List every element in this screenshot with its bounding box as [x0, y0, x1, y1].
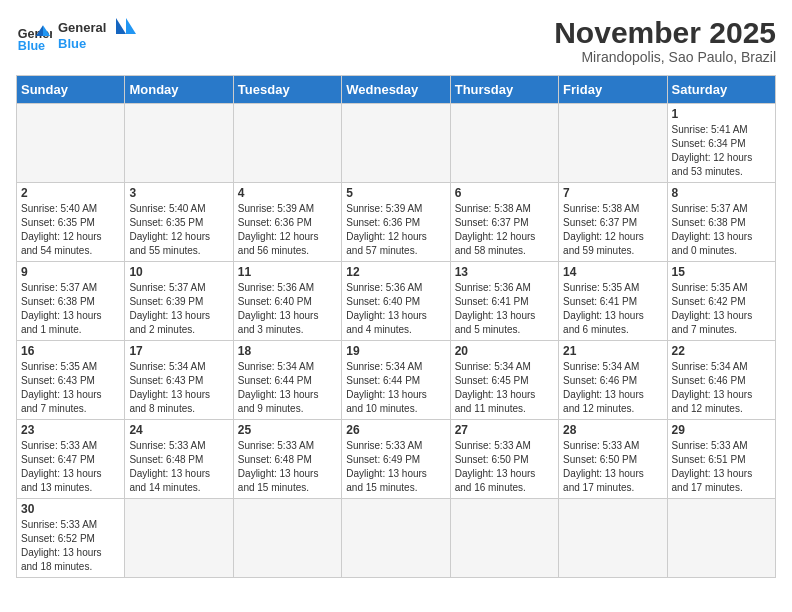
day-23: 23 Sunrise: 5:33 AMSunset: 6:47 PMDaylig…	[17, 420, 125, 499]
day-3: 3 Sunrise: 5:40 AMSunset: 6:35 PMDayligh…	[125, 183, 233, 262]
calendar-row-6: 30 Sunrise: 5:33 AMSunset: 6:52 PMDaylig…	[17, 499, 776, 578]
day-27: 27 Sunrise: 5:33 AMSunset: 6:50 PMDaylig…	[450, 420, 558, 499]
svg-text:Blue: Blue	[58, 36, 86, 51]
day-11: 11 Sunrise: 5:36 AMSunset: 6:40 PMDaylig…	[233, 262, 341, 341]
day-7: 7 Sunrise: 5:38 AMSunset: 6:37 PMDayligh…	[559, 183, 667, 262]
day-15: 15 Sunrise: 5:35 AMSunset: 6:42 PMDaylig…	[667, 262, 775, 341]
calendar-table: Sunday Monday Tuesday Wednesday Thursday…	[16, 75, 776, 578]
day-25: 25 Sunrise: 5:33 AMSunset: 6:48 PMDaylig…	[233, 420, 341, 499]
header-thursday: Thursday	[450, 76, 558, 104]
header-wednesday: Wednesday	[342, 76, 450, 104]
day-21: 21 Sunrise: 5:34 AMSunset: 6:46 PMDaylig…	[559, 341, 667, 420]
empty-cell	[125, 104, 233, 183]
day-28: 28 Sunrise: 5:33 AMSunset: 6:50 PMDaylig…	[559, 420, 667, 499]
svg-text:General: General	[58, 20, 106, 35]
header-friday: Friday	[559, 76, 667, 104]
page-header: General Blue General Blue November 2025 …	[16, 16, 776, 65]
calendar-row-4: 16 Sunrise: 5:35 AMSunset: 6:43 PMDaylig…	[17, 341, 776, 420]
day-2: 2 Sunrise: 5:40 AMSunset: 6:35 PMDayligh…	[17, 183, 125, 262]
header-monday: Monday	[125, 76, 233, 104]
day-24: 24 Sunrise: 5:33 AMSunset: 6:48 PMDaylig…	[125, 420, 233, 499]
empty-cell	[233, 104, 341, 183]
empty-cell	[17, 104, 125, 183]
calendar-row-1: 1 Sunrise: 5:41 AMSunset: 6:34 PMDayligh…	[17, 104, 776, 183]
day-19: 19 Sunrise: 5:34 AMSunset: 6:44 PMDaylig…	[342, 341, 450, 420]
logo: General Blue General Blue	[16, 16, 138, 56]
calendar-row-2: 2 Sunrise: 5:40 AMSunset: 6:35 PMDayligh…	[17, 183, 776, 262]
location-subtitle: Mirandopolis, Sao Paulo, Brazil	[554, 49, 776, 65]
day-13: 13 Sunrise: 5:36 AMSunset: 6:41 PMDaylig…	[450, 262, 558, 341]
calendar-row-5: 23 Sunrise: 5:33 AMSunset: 6:47 PMDaylig…	[17, 420, 776, 499]
day-29: 29 Sunrise: 5:33 AMSunset: 6:51 PMDaylig…	[667, 420, 775, 499]
day-9: 9 Sunrise: 5:37 AMSunset: 6:38 PMDayligh…	[17, 262, 125, 341]
day-20: 20 Sunrise: 5:34 AMSunset: 6:45 PMDaylig…	[450, 341, 558, 420]
header-sunday: Sunday	[17, 76, 125, 104]
weekday-header-row: Sunday Monday Tuesday Wednesday Thursday…	[17, 76, 776, 104]
day-6: 6 Sunrise: 5:38 AMSunset: 6:37 PMDayligh…	[450, 183, 558, 262]
title-block: November 2025 Mirandopolis, Sao Paulo, B…	[554, 16, 776, 65]
empty-cell	[667, 499, 775, 578]
logo-svg: General Blue	[58, 16, 138, 52]
empty-cell	[125, 499, 233, 578]
day-5: 5 Sunrise: 5:39 AMSunset: 6:36 PMDayligh…	[342, 183, 450, 262]
month-title: November 2025	[554, 16, 776, 49]
empty-cell	[559, 499, 667, 578]
empty-cell	[342, 104, 450, 183]
logo-icon: General Blue	[16, 18, 52, 54]
day-26: 26 Sunrise: 5:33 AMSunset: 6:49 PMDaylig…	[342, 420, 450, 499]
empty-cell	[233, 499, 341, 578]
svg-marker-6	[126, 18, 136, 34]
day-16: 16 Sunrise: 5:35 AMSunset: 6:43 PMDaylig…	[17, 341, 125, 420]
empty-cell	[342, 499, 450, 578]
svg-marker-7	[116, 18, 126, 34]
empty-cell	[559, 104, 667, 183]
day-30: 30 Sunrise: 5:33 AMSunset: 6:52 PMDaylig…	[17, 499, 125, 578]
day-10: 10 Sunrise: 5:37 AMSunset: 6:39 PMDaylig…	[125, 262, 233, 341]
day-17: 17 Sunrise: 5:34 AMSunset: 6:43 PMDaylig…	[125, 341, 233, 420]
day-12: 12 Sunrise: 5:36 AMSunset: 6:40 PMDaylig…	[342, 262, 450, 341]
day-4: 4 Sunrise: 5:39 AMSunset: 6:36 PMDayligh…	[233, 183, 341, 262]
empty-cell	[450, 104, 558, 183]
day-18: 18 Sunrise: 5:34 AMSunset: 6:44 PMDaylig…	[233, 341, 341, 420]
header-tuesday: Tuesday	[233, 76, 341, 104]
day-14: 14 Sunrise: 5:35 AMSunset: 6:41 PMDaylig…	[559, 262, 667, 341]
day-22: 22 Sunrise: 5:34 AMSunset: 6:46 PMDaylig…	[667, 341, 775, 420]
day-1: 1 Sunrise: 5:41 AMSunset: 6:34 PMDayligh…	[667, 104, 775, 183]
header-saturday: Saturday	[667, 76, 775, 104]
empty-cell	[450, 499, 558, 578]
svg-text:Blue: Blue	[18, 39, 45, 53]
calendar-row-3: 9 Sunrise: 5:37 AMSunset: 6:38 PMDayligh…	[17, 262, 776, 341]
day-8: 8 Sunrise: 5:37 AMSunset: 6:38 PMDayligh…	[667, 183, 775, 262]
